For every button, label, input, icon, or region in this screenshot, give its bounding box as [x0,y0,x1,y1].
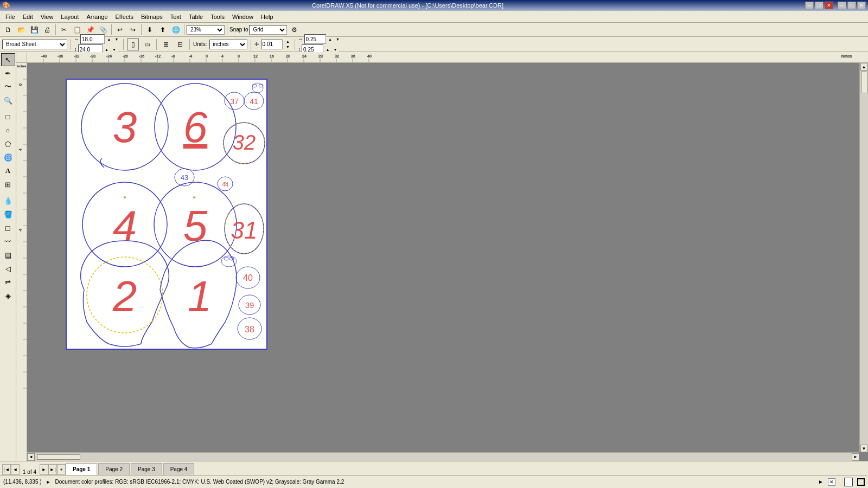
palette-none[interactable]: ✕ [828,478,835,486]
snap-x-up[interactable]: ▲ [327,37,334,42]
height-down[interactable]: ▼ [111,47,118,52]
height-up[interactable]: ▲ [104,47,110,52]
status-arrow[interactable]: ► [46,479,51,485]
vertical-scrollbar[interactable]: ▲ ▼ [859,63,868,452]
table-tool[interactable]: ⊞ [1,178,15,191]
color-profile-expand[interactable]: ► [818,479,824,485]
menu-effects[interactable]: Effects [112,11,137,22]
svg-text:8: 8 [238,54,240,58]
publish-button[interactable]: 🌐 [170,24,182,36]
nudge-down[interactable]: ▼ [285,44,291,49]
svg-text:-4: -4 [189,54,192,58]
menu-text[interactable]: Text [167,11,184,22]
export-button[interactable]: ⬆ [157,24,169,36]
nudge-up[interactable]: ▲ [285,39,291,44]
scroll-thumb-horizontal[interactable] [37,454,80,460]
window-controls: ─ □ ✕ ─ □ ✕ [805,2,866,9]
scroll-left-button[interactable]: ◄ [27,453,35,461]
selection-tool[interactable]: ↖ [1,53,15,66]
new-button[interactable]: 🗋 [2,24,14,36]
maximize-button[interactable]: □ [815,2,824,9]
units-select[interactable]: inches cm mm pixels [209,40,247,49]
page-nav-first[interactable]: |◄ [2,464,11,475]
menu-file[interactable]: File [2,11,18,22]
freehand-tool[interactable]: ✒ [1,67,15,80]
cut-button[interactable]: ✂ [58,24,70,36]
spiral-tool[interactable]: 🌀 [1,151,15,164]
smear-tool[interactable]: 〰 [1,235,15,248]
page-name-select[interactable]: Broad Sheet [2,40,67,49]
open-button[interactable]: 📂 [15,24,27,36]
import-button[interactable]: ⬇ [144,24,156,36]
tab-page3[interactable]: Page 3 [131,463,162,475]
portrait-button[interactable]: ▯ [127,38,139,50]
menu-window[interactable]: Window [229,11,257,22]
page-nav-prev[interactable]: ◄ [11,464,20,475]
all-pages-button[interactable]: ⊞ [160,38,172,50]
page-nav-next[interactable]: ► [40,464,48,475]
menu-tools[interactable]: Tools [207,11,228,22]
menu-help[interactable]: Help [258,11,277,22]
menu-bitmaps[interactable]: Bitmaps [138,11,166,22]
canvas-area[interactable]: -40 -36 -32 -28 -24 -20 -16 -12 -8 -4 0 … [16,52,868,461]
document-drawing[interactable]: 3 6 37 41 32 [65,78,271,355]
menu-table[interactable]: Table [186,11,206,22]
ellipse-tool[interactable]: ○ [1,124,15,137]
fill-tool[interactable]: ▤ [1,248,15,261]
menu-edit[interactable]: Edit [20,11,36,22]
scroll-thumb-vertical[interactable] [861,72,867,93]
tab-page4[interactable]: Page 4 [163,463,195,475]
outline-tool[interactable]: ◁ [1,262,15,275]
scroll-right-button[interactable]: ► [852,453,859,461]
scroll-up-button[interactable]: ▲ [860,63,868,70]
text-tool[interactable]: A [1,164,15,177]
snap-to-select[interactable]: Grid Guidelines Objects [249,25,287,35]
close-button[interactable]: ✕ [825,2,833,9]
outline-color-indicator[interactable] [857,478,865,486]
app-maximize-button[interactable]: □ [847,2,856,9]
width-up[interactable]: ▲ [106,37,112,42]
zoom-select[interactable]: 23% 50% 100% [187,25,225,35]
menu-view[interactable]: View [37,11,57,22]
snap-x-input[interactable] [304,34,326,44]
snap-y-down[interactable]: ▼ [332,47,339,52]
paint-bucket-tool[interactable]: 🪣 [1,208,15,221]
page-nav-last[interactable]: ►| [48,464,57,475]
rectangle-tool[interactable]: □ [1,110,15,123]
app-minimize-button[interactable]: ─ [838,2,846,9]
redo-button[interactable]: ↪ [127,24,139,36]
add-page-button[interactable]: + [57,464,66,475]
svg-text:5: 5 [183,202,208,250]
blend-tool[interactable]: ⇌ [1,275,15,288]
fill-color-indicator[interactable] [844,478,853,486]
print-button[interactable]: 🖨 [41,24,53,36]
canvas-content[interactable]: 3 6 37 41 32 [27,63,868,461]
tab-page1[interactable]: Page 1 [66,463,97,475]
sep-prop5 [251,39,251,50]
svg-text:31: 31 [231,217,258,243]
nudge-input[interactable] [261,40,283,49]
landscape-button[interactable]: ▭ [141,38,153,50]
title-text: CorelDRAW X5 (Not for commercial use) - … [312,2,503,9]
eraser-tool[interactable]: ◻ [1,221,15,234]
eyedropper-tool[interactable]: 💧 [1,194,15,207]
snap-y-up[interactable]: ▲ [324,47,331,52]
menu-arrange[interactable]: Arrange [83,11,111,22]
horizontal-scrollbar[interactable]: ◄ ► [27,452,859,461]
menu-layout[interactable]: Layout [58,11,82,22]
save-button[interactable]: 💾 [28,24,40,36]
transparency-tool[interactable]: ◈ [1,289,15,302]
page-tabs: |◄ ◄ 1 of 4 ► ►| + Page 1 Page 2 Page 3 … [0,461,868,475]
app-close-button[interactable]: ✕ [857,2,866,9]
tab-page2[interactable]: Page 2 [98,463,130,475]
snap-x-down[interactable]: ▼ [335,37,341,42]
page-width-input[interactable] [80,34,105,44]
scroll-down-button[interactable]: ▼ [860,445,868,452]
zoom-tool[interactable]: 🔍 [1,94,15,107]
color-palette-strip[interactable]: ✕ [828,478,835,486]
polygon-tool[interactable]: ⬠ [1,137,15,150]
minimize-button[interactable]: ─ [805,2,814,9]
smart-draw-tool[interactable]: 〜 [1,80,15,93]
current-page-button[interactable]: ⊟ [174,38,186,50]
width-down[interactable]: ▼ [113,37,120,42]
